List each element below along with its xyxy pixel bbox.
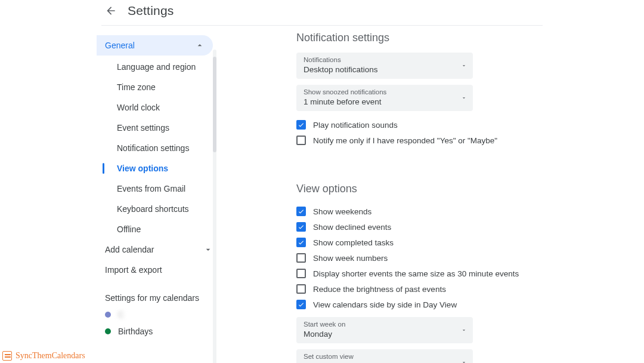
select-value: Desktop notifications	[304, 65, 466, 74]
select-custom-view[interactable]: Set custom view 7 days	[296, 349, 473, 363]
select-start-week[interactable]: Start week on Monday	[296, 317, 473, 343]
chevron-down-icon	[203, 245, 213, 254]
sidebar-item-gmailevents[interactable]: Events from Gmail	[97, 179, 213, 199]
sidebar-item-language[interactable]: Language and region	[97, 57, 213, 77]
chevron-up-icon	[195, 41, 205, 50]
checkbox-play-sounds[interactable]	[296, 120, 306, 130]
scrollbar-thumb[interactable]	[213, 57, 216, 152]
calendar-dot-icon	[105, 328, 111, 334]
select-label: Start week on	[304, 321, 466, 328]
select-value: 1 minute before event	[304, 97, 466, 106]
dropdown-caret-icon	[461, 357, 467, 363]
calendar-label: Birthdays	[118, 327, 153, 336]
back-arrow-icon[interactable]	[105, 5, 117, 17]
calendar-label: C	[118, 310, 124, 319]
dropdown-caret-icon	[461, 325, 467, 336]
sidebar-item-viewoptions[interactable]: View options	[97, 158, 213, 179]
sidebar-item-importexport[interactable]: Import & export	[97, 260, 213, 280]
calendar-item-1[interactable]: Birthdays	[97, 323, 213, 340]
watermark: SyncThemCalendars	[2, 351, 85, 361]
sidebar-section-general[interactable]: General	[97, 35, 213, 56]
sidebar-item-eventsettings[interactable]: Event settings	[97, 118, 213, 138]
scrollbar[interactable]	[213, 50, 216, 363]
checkbox-label: Notify me only if I have responded "Yes"…	[313, 136, 497, 145]
checkbox-label: Show week numbers	[313, 254, 388, 263]
sidebar-item-notifications[interactable]: Notification settings	[97, 138, 213, 158]
page-title: Settings	[128, 4, 174, 18]
checkbox-view-4[interactable]	[296, 269, 306, 278]
checkbox-view-6[interactable]	[296, 300, 306, 309]
dropdown-caret-icon	[461, 60, 467, 71]
select-value: Monday	[304, 330, 466, 339]
sidebar-section-label: General	[105, 41, 135, 50]
checkbox-label: Reduce the brightness of past events	[313, 285, 446, 294]
sidebar-heading-mycalendars: Settings for my calendars	[97, 280, 213, 306]
select-label: Show snoozed notifications	[304, 88, 466, 96]
sidebar-item-worldclock[interactable]: World clock	[97, 97, 213, 118]
checkbox-view-1[interactable]	[296, 222, 306, 232]
select-notifications[interactable]: Notifications Desktop notifications	[296, 53, 473, 79]
calendar-dot-icon	[105, 312, 111, 318]
section-title-viewoptions: View options	[296, 183, 519, 195]
checkbox-label: Play notification sounds	[313, 121, 398, 130]
sidebar-item-addcalendar[interactable]: Add calendar	[97, 239, 213, 260]
select-label: Notifications	[304, 56, 466, 63]
select-snoozed[interactable]: Show snoozed notifications 1 minute befo…	[296, 85, 473, 111]
dropdown-caret-icon	[461, 93, 467, 103]
watermark-calendar-icon	[2, 351, 12, 361]
checkbox-notify-if-responded[interactable]	[296, 136, 306, 145]
checkbox-label: Show weekends	[313, 207, 371, 216]
checkbox-view-0[interactable]	[296, 207, 306, 216]
sidebar-item-offline[interactable]: Offline	[97, 219, 213, 239]
select-label: Set custom view	[304, 353, 466, 360]
checkbox-label: Show declined events	[313, 223, 391, 232]
checkbox-label: Show completed tasks	[313, 238, 394, 247]
calendar-item-0[interactable]: C	[97, 306, 213, 323]
checkbox-view-5[interactable]	[296, 284, 306, 294]
checkbox-view-3[interactable]	[296, 253, 306, 263]
checkbox-view-2[interactable]	[296, 238, 306, 247]
settings-sidebar: General Language and region Time zone Wo…	[97, 26, 213, 363]
watermark-text: SyncThemCalendars	[16, 351, 85, 361]
section-title-notifications: Notification settings	[296, 32, 519, 44]
checkbox-label: Display shorter events the same size as …	[313, 269, 519, 278]
sidebar-item-timezone[interactable]: Time zone	[97, 77, 213, 97]
sidebar-item-shortcuts[interactable]: Keyboard shortcuts	[97, 199, 213, 219]
checkbox-label: View calendars side by side in Day View	[313, 300, 457, 309]
